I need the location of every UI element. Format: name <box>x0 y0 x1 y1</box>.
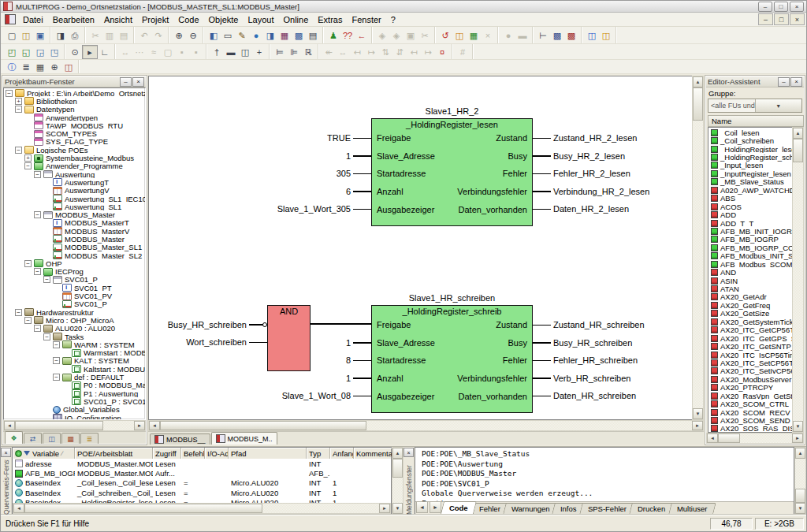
panel-close-icon[interactable]: × <box>132 77 144 87</box>
list-item[interactable]: AX20_PTRCPY <box>708 384 792 392</box>
list-item[interactable]: _Coil_schreiben <box>708 136 792 144</box>
input-value[interactable]: 6 <box>346 183 351 201</box>
output-variable[interactable]: Busy_HR_schreiben <box>553 334 632 352</box>
collapse-icon[interactable]: − <box>34 171 41 178</box>
go-back-icon[interactable]: ← <box>355 29 369 42</box>
column-header-ioad[interactable]: I/O-Ad... <box>205 448 229 459</box>
tree-item[interactable]: +Bibliotheken <box>4 97 145 105</box>
input-variable[interactable]: Wort_schreiben <box>186 333 247 352</box>
input-value[interactable]: Slave_1_Wort_305 <box>277 200 351 218</box>
list-item[interactable]: AX20_SCOM_SEND <box>708 416 792 424</box>
scroll-thumb[interactable] <box>718 433 740 443</box>
scroll-up-icon[interactable]: ▲ <box>793 128 803 139</box>
list-item[interactable]: ABS <box>708 195 792 203</box>
scroll-up-icon[interactable]: ▲ <box>392 448 403 459</box>
tree-item[interactable]: P1 : Auswertung <box>4 389 145 397</box>
menu-bearbeiten[interactable]: Bearbeiten <box>48 14 99 25</box>
output-variable[interactable]: Zustand_HR_schreiben <box>553 316 645 334</box>
panel-minimize-icon[interactable]: – <box>778 77 790 87</box>
tree-item[interactable]: SCOM_TYPES <box>4 129 145 137</box>
scroll-down-icon[interactable]: ▼ <box>693 408 703 419</box>
list-item[interactable]: AX20_GetSize <box>708 310 792 318</box>
edit-wizard-icon[interactable]: ✎ <box>235 29 249 42</box>
collapse-icon[interactable]: − <box>53 374 60 381</box>
menu-ansicht[interactable]: Ansicht <box>99 14 137 25</box>
block-instance-name[interactable]: Slave1_HR_2 <box>355 106 549 116</box>
list-item[interactable]: AX20_ITC_IsCP56Time2a <box>708 351 792 359</box>
tree-view-tab-1[interactable]: ❖ <box>5 431 23 444</box>
tree-item[interactable]: −def : DEFAULT <box>4 373 145 381</box>
and-block[interactable]: ANDBusy_HR_schreibenWort_schreiben <box>267 305 311 371</box>
select-cursor-icon[interactable]: ▸ <box>82 45 98 59</box>
scroll-thumb[interactable] <box>693 87 703 121</box>
add-branch-icon[interactable]: + <box>252 46 266 58</box>
zoom-out-icon[interactable]: ⊖ <box>186 29 200 42</box>
scroll-thumb[interactable] <box>15 421 103 430</box>
assistant-vscrollbar[interactable]: ▲ ▼ <box>792 127 804 433</box>
collapse-icon[interactable]: − <box>53 357 60 364</box>
tree-view-tab-2[interactable]: ⇄ <box>24 433 42 444</box>
info-icon[interactable]: ⓘ <box>5 61 19 73</box>
table-row[interactable]: AFB_MB_IOGRP_C...MODBUS_Master.MODB...Au… <box>13 468 391 478</box>
tree-item[interactable]: MODBUS_Master_SL2 <box>4 251 145 259</box>
ladder-left-icon[interactable]: ⊨ <box>273 46 287 58</box>
list-item[interactable]: AND <box>708 268 792 276</box>
tree-item[interactable]: −Tasks <box>4 333 145 340</box>
list-item[interactable]: AX20_RasVpn_GetStatus <box>708 392 792 400</box>
panel-close-icon[interactable]: × <box>790 77 802 87</box>
menu-extras[interactable]: Extras <box>313 14 347 25</box>
scroll-down-icon[interactable]: ▼ <box>793 421 803 432</box>
list-item[interactable]: _MB_Slave_Status <box>708 178 792 186</box>
tree-item[interactable]: IO_Configuration <box>4 414 145 420</box>
scroll-left-icon[interactable]: ◄ <box>4 421 15 430</box>
worksheet-tab-2[interactable]: MODBUS_M.. <box>211 432 277 445</box>
tree-item[interactable]: −OHP <box>4 259 145 267</box>
block-body[interactable]: _HoldingRegister_schreibFreigabeZustandZ… <box>371 305 533 413</box>
list-item[interactable]: _InputRegister_lesen <box>708 169 792 177</box>
editor-vscrollbar[interactable]: ▲ ▼ <box>692 76 704 420</box>
scroll-up-icon[interactable]: ▲ <box>795 448 805 459</box>
project-tree-hscrollbar[interactable]: ◄ ► <box>3 420 146 431</box>
column-header-befehl[interactable]: Befehl <box>181 448 205 459</box>
panel-minimize-icon[interactable]: – <box>120 77 132 87</box>
output-variable[interactable]: Zustand_HR_2_lesen <box>553 129 637 147</box>
input-variable[interactable]: Busy_HR_schreiben <box>168 316 247 334</box>
column-header-zugriff[interactable]: Zugriff <box>153 448 181 459</box>
column-header-anfang[interactable]: Anfang... <box>330 448 354 459</box>
close-icon[interactable]: × <box>790 2 804 12</box>
tree-item[interactable]: Anwendertypen <box>4 113 145 121</box>
tree-view-tab-3[interactable]: ◫ <box>43 433 61 444</box>
tab-scroll-left-icon[interactable]: ◄ <box>416 501 428 513</box>
list-item[interactable]: _HoldingRegister_schreib <box>708 153 792 161</box>
tree-item[interactable]: P0 : MODBUS_Mast <box>4 381 145 389</box>
list-item[interactable]: AX20_ITC_GetGPS_Status <box>708 334 792 342</box>
page-props-icon[interactable]: ◳ <box>47 46 61 58</box>
tree-item[interactable]: −Micro : OHP_MicroA <box>4 316 145 324</box>
tab-scroll-right-icon[interactable]: ► <box>430 501 441 513</box>
message-tab-multiuser[interactable]: Multiuser <box>668 503 716 514</box>
mdi-restore-icon[interactable]: □ <box>774 13 789 25</box>
message-vscrollbar[interactable]: ▲ ▼ <box>794 447 806 515</box>
scroll-thumb[interactable] <box>392 459 403 478</box>
add-coil-icon[interactable]: ▬ <box>224 46 238 58</box>
worksheet-tab-1[interactable]: MODBUS__ <box>150 433 210 445</box>
ladder-rail-icon[interactable]: ℝ <box>301 46 315 58</box>
add-contact-icon[interactable]: † <box>210 46 224 58</box>
tree-item[interactable]: SYS_FLAG_TYPE <box>4 138 145 146</box>
message-window-icon[interactable]: ◫ <box>599 29 613 42</box>
scroll-down-icon[interactable]: ▼ <box>392 503 403 514</box>
scroll-thumb[interactable] <box>795 489 805 503</box>
worksheet-window-icon[interactable]: ▭ <box>221 29 235 42</box>
column-header-pfad[interactable]: Pfad <box>229 448 307 459</box>
tree-item[interactable]: −Hardwarestruktur <box>4 308 145 316</box>
list-item[interactable]: AFB_MB_IOGRP_CONTROL <box>708 244 792 251</box>
collapse-icon[interactable]: − <box>15 147 22 154</box>
tree-item[interactable]: MODBUS_Master <box>4 235 145 243</box>
mdi-close-icon[interactable]: × <box>790 13 805 25</box>
list-item[interactable]: _HoldingRegister_lesen <box>708 145 792 153</box>
select-magnify-icon[interactable]: ⊙ <box>68 46 82 58</box>
tree-view-tab-5[interactable]: ≣ <box>80 433 99 444</box>
list-item[interactable]: AX20_SCOM_CTRL <box>708 400 792 407</box>
chevron-down-icon[interactable]: ▼ <box>755 99 802 112</box>
tree-item[interactable]: AuswertungV <box>4 187 145 195</box>
